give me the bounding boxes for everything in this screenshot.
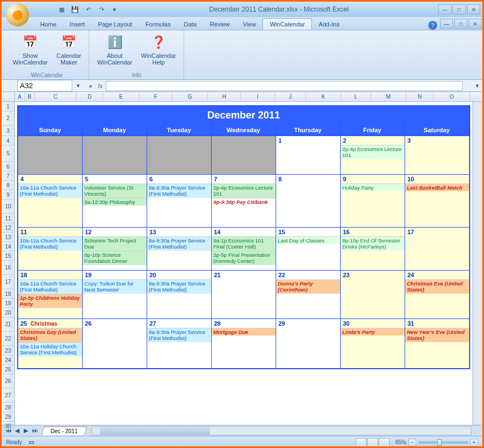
row-header-11[interactable]: 11 xyxy=(2,214,14,223)
col-header-H[interactable]: H xyxy=(208,92,241,101)
sheet-first-icon[interactable]: ⏮ xyxy=(4,427,13,434)
row-header-13[interactable]: 13 xyxy=(2,233,14,242)
zoom-level[interactable]: 85% xyxy=(395,439,406,445)
calendar-cell[interactable]: 5Volunteer Service (St Vincents)9a-12:30… xyxy=(83,175,147,227)
calendar-cell[interactable]: 10Last BasketBall Match xyxy=(405,175,469,227)
calendar-cell[interactable]: 28Mortgage Due xyxy=(212,319,276,368)
maximize-button[interactable]: □ xyxy=(453,4,466,14)
calendar-event[interactable]: Schience Tech Project Due xyxy=(83,236,147,251)
calendar-event[interactable]: 8a-9:30a Prayer Service (First Methodist… xyxy=(147,328,211,342)
calendar-cell[interactable]: 31 New Year's Eve (United States) xyxy=(405,319,469,368)
calendar-event[interactable]: 10a-11a Church Service (First Methodist) xyxy=(18,183,82,198)
row-header-5[interactable]: 5 xyxy=(2,145,14,162)
col-header-E[interactable]: E xyxy=(103,92,139,101)
calendar-event[interactable]: Last BasketBall Match xyxy=(405,183,469,191)
sheet-prev-icon[interactable]: ◀ xyxy=(13,427,21,434)
vertical-scrollbar[interactable] xyxy=(472,102,482,425)
calendar-event[interactable]: Copy: Tuition Due for Next Semester xyxy=(83,279,147,294)
row-header-4[interactable]: 4 xyxy=(2,136,14,145)
tab-page-layout[interactable]: Page Layout xyxy=(92,19,139,30)
row-header-24[interactable]: 24 xyxy=(2,355,14,365)
calendar-cell[interactable]: 410a-11a Church Service (First Methodist… xyxy=(18,175,83,227)
formula-input[interactable] xyxy=(106,81,463,91)
name-box[interactable] xyxy=(17,80,72,91)
calendar-cell[interactable]: 17 xyxy=(405,228,469,270)
tab-view[interactable]: View xyxy=(236,19,263,30)
row-header-17[interactable]: 17 xyxy=(2,275,14,289)
calendar-cell[interactable]: 168p-10p End Of Semester Drinks (McFarle… xyxy=(341,228,405,270)
row-header-7[interactable]: 7 xyxy=(2,171,14,181)
calendar-cell[interactable]: 138a-9:30a Prayer Service (First Methodi… xyxy=(147,228,212,270)
calendar-event[interactable]: 2p-4p Economics Lecture 101 xyxy=(212,183,276,198)
save-icon[interactable]: 💾 xyxy=(70,4,80,14)
col-header-O[interactable]: O xyxy=(434,92,470,101)
row-header-26[interactable]: 26 xyxy=(2,374,14,388)
calendar-cell[interactable]: 72p-4p Economics Lecture 1019p-9:30p Pay… xyxy=(212,175,276,227)
calendar-event[interactable]: New Year's Eve (United States) xyxy=(405,328,469,342)
tab-insert[interactable]: Insert xyxy=(63,19,92,30)
calendar-event[interactable]: 8a-9:30a Prayer Service (First Methodist… xyxy=(147,279,211,294)
calendar-event[interactable]: Christmas Day (United States) xyxy=(18,328,82,342)
row-header-20[interactable]: 20 xyxy=(2,308,14,317)
close-button[interactable]: ✕ xyxy=(467,4,480,14)
col-header-N[interactable]: N xyxy=(406,92,434,101)
calendar-event[interactable]: 8p-10p End Of Semester Drinks (McFarleys… xyxy=(341,236,405,251)
calendar-cell[interactable]: 24 Christmas Eve (United States) xyxy=(405,271,469,319)
page-break-view-button[interactable] xyxy=(379,438,390,447)
calendar-event[interactable]: 2p-4p Economics Lecture 101 xyxy=(341,145,405,159)
col-header-L[interactable]: L xyxy=(341,92,371,101)
calendar-event[interactable]: 10a-11a Holiday Church Service (First Me… xyxy=(18,342,82,357)
ribbon-btn-wincalendar-help[interactable]: ❓WinCalendar Help xyxy=(138,33,180,71)
row-header-22[interactable]: 22 xyxy=(2,332,14,346)
calendar-cell[interactable] xyxy=(212,136,276,174)
tab-data[interactable]: Data xyxy=(177,19,203,30)
calendar-cell[interactable]: 30Linda's Party xyxy=(341,319,405,368)
tab-review[interactable]: Review xyxy=(203,19,236,30)
row-header-14[interactable]: 14 xyxy=(2,242,14,251)
calendar-event[interactable]: 9a-12:30p Philosophy xyxy=(83,198,147,206)
row-header-6[interactable]: 6 xyxy=(2,162,14,171)
row-header-18[interactable]: 18 xyxy=(2,289,14,299)
calendar-cell[interactable]: 278a-9:30a Prayer Service (First Methodi… xyxy=(147,319,212,368)
calendar-event[interactable]: 9p-9:30p Pay Citibank xyxy=(212,198,276,206)
tab-formulas[interactable]: Formulas xyxy=(139,19,178,30)
qat-dropdown-icon[interactable]: ▾ xyxy=(110,4,120,14)
col-header-K[interactable]: K xyxy=(306,92,341,101)
calendar-cell[interactable]: 15Last Day of Classes xyxy=(276,228,341,270)
ribbon-btn-calendar-maker[interactable]: 📅Calendar Maker xyxy=(53,33,85,71)
row-header-28[interactable]: 28 xyxy=(2,403,14,412)
select-all-corner[interactable] xyxy=(2,92,15,101)
workbook-close[interactable]: ✕ xyxy=(469,19,482,29)
calendar-cell[interactable]: 149a-1p Economics 101 Final (Cueter Hall… xyxy=(212,228,276,270)
formula-expand-icon[interactable]: ▾ xyxy=(476,82,479,89)
calendar-cell[interactable]: 22 Donna's Party (Corinthian) xyxy=(276,271,341,319)
calendar-cell[interactable]: 12 Schience Tech Project Due8p-10p Scien… xyxy=(83,228,147,270)
office-button[interactable]: 🟠 xyxy=(6,3,29,26)
row-header-15[interactable]: 15 xyxy=(2,251,14,261)
calendar-event[interactable]: 8a-9:30a Prayer Service (First Methodist… xyxy=(147,236,211,251)
fx-label[interactable]: fx xyxy=(98,83,103,89)
calendar-cell[interactable] xyxy=(147,136,212,174)
calendar-event[interactable]: Donna's Party (Corinthian) xyxy=(276,279,340,294)
calendar-cell[interactable] xyxy=(18,136,83,174)
macro-record-icon[interactable]: ▭ xyxy=(29,439,34,446)
calendar-cell[interactable]: 19Copy: Tuition Due for Next Semester xyxy=(83,271,147,319)
calendar-cell[interactable]: 25Christmas Christmas Day (United States… xyxy=(18,319,83,368)
sheet-tab-dec2011[interactable]: Dec - 2011 xyxy=(41,427,87,435)
row-header-29[interactable]: 29 xyxy=(2,412,14,422)
calendar-event[interactable]: 8a-9:30a Prayer Service (First Methodist… xyxy=(147,183,211,198)
workbook-restore[interactable]: □ xyxy=(454,19,467,29)
col-header-I[interactable]: I xyxy=(241,92,275,101)
col-header-M[interactable]: M xyxy=(371,92,406,101)
calendar-event[interactable]: 10a-11a Church Service (First Methodist) xyxy=(18,279,82,294)
calendar-cell[interactable]: 1110a-11a Church Service (First Methodis… xyxy=(18,228,83,270)
calendar-cell[interactable]: 26 xyxy=(83,319,147,368)
calendar-cell[interactable]: 9Holiday Party xyxy=(341,175,405,227)
normal-view-button[interactable] xyxy=(356,438,367,447)
horizontal-scrollbar[interactable] xyxy=(92,427,471,435)
calendar-cell[interactable]: 29 xyxy=(276,319,341,368)
ribbon-btn-about-wincalendar[interactable]: ℹ️About WinCalendar xyxy=(94,33,136,71)
zoom-out-button[interactable]: − xyxy=(408,439,416,446)
fx-cancel-icon[interactable]: ● xyxy=(89,83,93,89)
row-header-1[interactable]: 1 xyxy=(2,102,14,111)
